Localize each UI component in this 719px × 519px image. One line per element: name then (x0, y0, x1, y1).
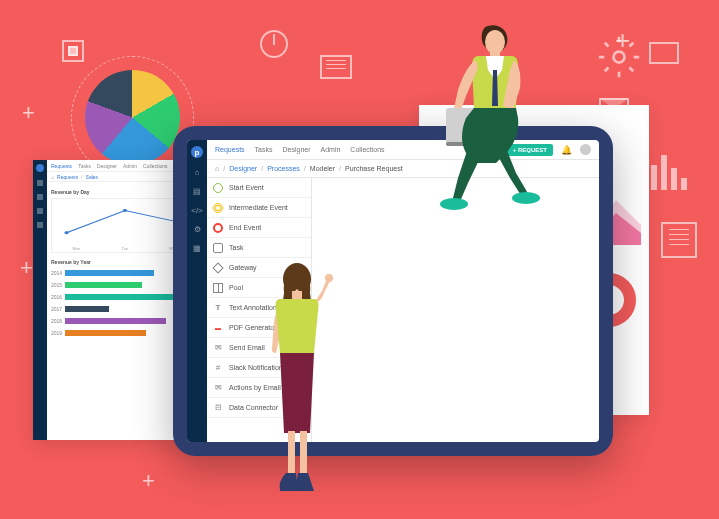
palette-end-event[interactable]: End Event (207, 218, 311, 238)
bar (65, 270, 154, 276)
palette-label: End Event (229, 224, 261, 231)
svg-point-10 (123, 209, 127, 212)
deco-plus: + (22, 100, 35, 126)
tab-collections[interactable]: Collections (350, 146, 384, 153)
bar (65, 306, 109, 312)
bar-label: 2015 (51, 282, 65, 288)
woman-illustration (252, 253, 342, 503)
settings-icon[interactable]: ⚙ (193, 225, 202, 234)
gear-icon (597, 35, 641, 79)
bar-label: 2017 (51, 306, 65, 312)
text-annotation-icon: T (213, 303, 223, 313)
deco-square-inner (68, 46, 78, 56)
palette-label: Pool (229, 284, 243, 291)
deco-lines (326, 64, 346, 65)
bar (65, 330, 146, 336)
palette-label: Task (229, 244, 243, 251)
start-event-icon (213, 183, 223, 193)
separator: / (304, 165, 306, 172)
nav-icon (37, 194, 43, 200)
palette-intermediate-event[interactable]: Intermediate Event (207, 198, 311, 218)
tab: Collections (143, 163, 167, 169)
deco-rect (649, 42, 679, 64)
svg-rect-16 (288, 431, 295, 476)
deco-rect (320, 55, 352, 79)
bc-designer[interactable]: Designer (229, 165, 257, 172)
svg-rect-17 (300, 431, 307, 476)
tab-admin[interactable]: Admin (321, 146, 341, 153)
tab-requests[interactable]: Requests (215, 146, 245, 153)
send-email-icon: ✉ (213, 343, 223, 353)
separator: / (261, 165, 263, 172)
tab-tasks[interactable]: Tasks (255, 146, 273, 153)
svg-point-9 (64, 231, 68, 234)
bc-item: Requests (57, 174, 78, 180)
clock-hand (273, 34, 275, 45)
pdf-generator-icon: ▬ (213, 323, 223, 333)
clipboard-icon[interactable]: ▤ (193, 187, 202, 196)
clock-icon (260, 30, 288, 58)
bar-label: 2018 (51, 318, 65, 324)
man-illustration (418, 18, 568, 218)
home-icon[interactable]: ⌂ (215, 165, 219, 172)
tab: Tasks (78, 163, 91, 169)
logo-icon[interactable]: p (191, 146, 203, 158)
nav-icon (37, 180, 43, 186)
bc-item: Sales (86, 174, 99, 180)
bar (65, 318, 166, 324)
tab: Designer (97, 163, 117, 169)
bc-processes[interactable]: Processes (267, 165, 300, 172)
nav-icon (37, 208, 43, 214)
bar-label: 2019 (51, 330, 65, 336)
actions-by-email-icon: ✉ (213, 383, 223, 393)
svg-point-0 (614, 52, 625, 63)
svg-rect-5 (681, 178, 687, 190)
code-icon[interactable]: </> (193, 206, 202, 215)
svg-rect-4 (671, 168, 677, 190)
intermediate-event-icon (213, 203, 223, 213)
svg-point-15 (325, 274, 333, 282)
deco-plus: + (615, 25, 630, 56)
avatar[interactable] (580, 144, 591, 155)
axis-label: Mon (73, 246, 81, 251)
app-sidebar: p ⌂ ▤ </> ⚙ ▦ (187, 140, 207, 442)
axis-label: Tue (121, 246, 128, 251)
nav-icon (37, 222, 43, 228)
bar-label: 2014 (51, 270, 65, 276)
collection-icon[interactable]: ▦ (193, 244, 202, 253)
palette-label: Start Event (229, 184, 264, 191)
bar-label: 2016 (51, 294, 65, 300)
logo-icon (36, 164, 44, 172)
svg-rect-3 (661, 155, 667, 190)
svg-point-23 (512, 192, 540, 204)
document-icon (661, 222, 697, 258)
tab-designer[interactable]: Designer (282, 146, 310, 153)
svg-rect-2 (651, 165, 657, 190)
separator: / (223, 165, 225, 172)
slack-notification-icon: # (213, 363, 223, 373)
home-icon[interactable]: ⌂ (193, 168, 202, 177)
gateway-icon (213, 263, 223, 273)
palette-start-event[interactable]: Start Event (207, 178, 311, 198)
deco-plus: + (142, 468, 155, 494)
task-icon (213, 243, 223, 253)
back-sidebar (33, 160, 47, 440)
bc-modeler[interactable]: Modeler (310, 165, 335, 172)
bar (65, 282, 142, 288)
palette-label: Intermediate Event (229, 204, 288, 211)
svg-point-22 (440, 198, 468, 210)
tab: Requests (51, 163, 72, 169)
data-connector-icon: ⊟ (213, 403, 223, 413)
doc-lines (669, 234, 689, 235)
deco-plus: + (20, 255, 33, 281)
top-tabs: Requests Tasks Designer Admin Collection… (215, 146, 385, 153)
pool-icon (213, 283, 223, 293)
end-event-icon (213, 223, 223, 233)
bc-current: Purchase Request (345, 165, 403, 172)
pie-chart (85, 70, 180, 165)
tab: Admin (123, 163, 137, 169)
deco-square (62, 40, 84, 62)
separator: / (339, 165, 341, 172)
bar (65, 294, 191, 300)
